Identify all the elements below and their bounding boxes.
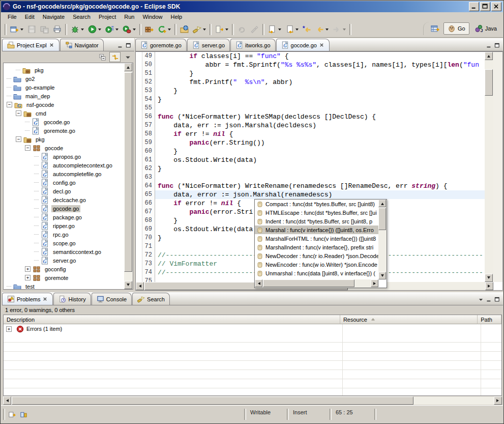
- completion-item[interactable]: MarshalForHTML : func(v interface{}) ([]…: [255, 234, 378, 243]
- menu-item-edit[interactable]: Edit: [21, 13, 38, 21]
- view-menu-button[interactable]: [122, 52, 133, 62]
- tree-item-go2[interactable]: go2: [4, 74, 124, 83]
- tree-item-decl-go[interactable]: Gdecl.go: [4, 187, 124, 195]
- dropdown-arrow-icon[interactable]: [133, 29, 136, 32]
- column-header-path[interactable]: Path: [478, 315, 501, 324]
- completion-item[interactable]: HTMLEscape : func(dst *bytes.Buffer, src…: [255, 208, 378, 217]
- column-header-description[interactable]: Description: [4, 315, 340, 324]
- dropdown-arrow-icon[interactable]: [81, 29, 84, 32]
- tab-close-icon[interactable]: [319, 42, 324, 48]
- tree-item-semanticcontext-go[interactable]: Gsemanticcontext.go: [4, 247, 124, 256]
- new-package-button[interactable]: [143, 23, 155, 36]
- tree-item-pkg[interactable]: pkg: [4, 66, 124, 74]
- tree-item-apropos-go[interactable]: Gapropos.go: [4, 152, 124, 161]
- problems-tab-history[interactable]: History: [53, 293, 91, 305]
- scroll-right-button[interactable]: [485, 282, 493, 290]
- pane-max-button[interactable]: [494, 42, 500, 49]
- completion-item[interactable]: MarshalIndent : func(v interface{}, pref…: [255, 243, 378, 251]
- problems-tab-problems[interactable]: Problems: [2, 293, 53, 305]
- pane-max-button[interactable]: [125, 42, 132, 49]
- dropdown-arrow-icon[interactable]: [295, 29, 299, 32]
- tree-expander[interactable]: +: [25, 266, 31, 272]
- scroll-down-button[interactable]: [378, 272, 386, 279]
- run-history-button[interactable]: [104, 23, 120, 36]
- completion-item[interactable]: Unmarshal : func(data []uint8, v interfa…: [255, 269, 378, 277]
- explorer-tab-project-expl[interactable]: Project Expl: [2, 39, 60, 51]
- popup-horizontal-scrollbar[interactable]: [255, 279, 378, 288]
- column-header-resource[interactable]: Resource: [340, 315, 478, 324]
- menu-item-project[interactable]: Project: [95, 13, 120, 21]
- editor-vertical-scrollbar[interactable]: [485, 52, 493, 282]
- refresh-button[interactable]: [156, 23, 172, 36]
- menu-item-search[interactable]: Search: [69, 13, 94, 21]
- scroll-up-button[interactable]: [485, 52, 493, 60]
- menu-item-help[interactable]: Help: [167, 13, 186, 21]
- tree-item-nsf-gocode[interactable]: −Gnsf-gocode: [4, 100, 124, 109]
- scrollbar-thumb[interactable]: [378, 208, 386, 230]
- debug-button[interactable]: [69, 23, 85, 36]
- tree-item-test[interactable]: test: [4, 282, 124, 289]
- completion-item[interactable]: Indent : func(dst *bytes.Buffer, src []u…: [255, 217, 378, 225]
- perspective-java[interactable]: JJava: [471, 23, 500, 34]
- title-bar[interactable]: Go - nsf-gocode/src/pkg/gocode/gocode.go…: [1, 1, 503, 12]
- completion-item[interactable]: NewDecoder : func(r io.Reader) *json.Dec…: [255, 251, 378, 260]
- tree-item-pkg[interactable]: −pkg: [4, 135, 124, 144]
- tree-item-rpc-go[interactable]: Grpc.go: [4, 230, 124, 239]
- annotation-ruler[interactable]: [136, 52, 142, 282]
- tree-vertical-scrollbar[interactable]: [124, 63, 133, 289]
- project-tree[interactable]: pkggo2go-examplemain_dep−Gnsf-gocode−cmd…: [4, 63, 124, 289]
- tree-item-ripper-go[interactable]: Gripper.go: [4, 221, 124, 230]
- collapse-all-button[interactable]: [97, 52, 108, 62]
- dropdown-arrow-icon[interactable]: [343, 29, 346, 32]
- scrollbar-thumb[interactable]: [124, 72, 132, 272]
- editor-tab-itworks-go[interactable]: Gitworks.go: [230, 39, 276, 51]
- annotation-button[interactable]: [214, 23, 230, 36]
- menu-item-file[interactable]: File: [4, 13, 20, 21]
- menu-item-window[interactable]: Window: [139, 13, 166, 21]
- last-edit-button[interactable]: [301, 23, 313, 36]
- popup-vertical-scrollbar[interactable]: [378, 200, 387, 279]
- dropdown-arrow-icon[interactable]: [20, 29, 23, 32]
- pane-max-button[interactable]: [494, 296, 500, 303]
- menu-item-navigate[interactable]: Navigate: [39, 13, 68, 21]
- problems-row[interactable]: +Errors (1 item): [4, 324, 501, 333]
- row-expander[interactable]: +: [6, 326, 12, 332]
- scroll-up-button[interactable]: [378, 200, 386, 207]
- tree-item-goremote[interactable]: +goremote: [4, 273, 124, 282]
- tab-close-icon[interactable]: [49, 42, 54, 48]
- tree-item-scope-go[interactable]: Gscope.go: [4, 239, 124, 247]
- tree-expander[interactable]: −: [25, 145, 31, 151]
- tree-item-goremote-go[interactable]: Ggoremote.go: [4, 126, 124, 135]
- maximize-button[interactable]: [480, 2, 490, 11]
- dropdown-arrow-icon[interactable]: [325, 29, 329, 32]
- completion-item[interactable]: Marshal : func(v interface{}) ([]uint8, …: [255, 225, 378, 234]
- tree-expander[interactable]: −: [7, 102, 12, 107]
- scrollbar-thumb[interactable]: [485, 69, 493, 96]
- tree-expander[interactable]: −: [16, 136, 21, 142]
- editor-tab-goremote-go[interactable]: Ggoremote.go: [135, 39, 187, 51]
- perspective-go[interactable]: Go: [443, 22, 469, 35]
- open-type-button[interactable]: [179, 23, 190, 36]
- tree-item-declcache-go[interactable]: Gdeclcache.go: [4, 195, 124, 204]
- problems-tab-search[interactable]: Search: [132, 293, 170, 305]
- dropdown-arrow-icon[interactable]: [225, 29, 228, 32]
- scroll-right-button[interactable]: [371, 279, 378, 287]
- tree-expander[interactable]: +: [25, 275, 31, 280]
- overview-ruler[interactable]: [493, 52, 502, 282]
- switch-editor-button[interactable]: [20, 411, 27, 418]
- scroll-left-button[interactable]: [3, 397, 11, 405]
- minimize-button[interactable]: [469, 2, 479, 11]
- tree-item-cmd[interactable]: −cmd: [4, 109, 124, 118]
- tree-item-main-dep[interactable]: main_dep: [4, 92, 124, 100]
- tree-item-gocode-go[interactable]: Ggocode.go: [4, 118, 124, 126]
- profile-button[interactable]: [121, 23, 137, 36]
- tree-item-autocompletecontext-go[interactable]: Gautocompletecontext.go: [4, 161, 124, 169]
- dropdown-arrow-icon[interactable]: [278, 29, 281, 32]
- dropdown-arrow-icon[interactable]: [203, 29, 206, 32]
- open-perspective-button[interactable]: [429, 22, 441, 35]
- problems-tab-console[interactable]: Console: [92, 293, 132, 305]
- scrollbar-thumb[interactable]: [263, 279, 354, 287]
- tab-close-icon[interactable]: [42, 296, 48, 302]
- scroll-up-button[interactable]: [124, 63, 132, 71]
- next-edit-button[interactable]: [266, 23, 283, 36]
